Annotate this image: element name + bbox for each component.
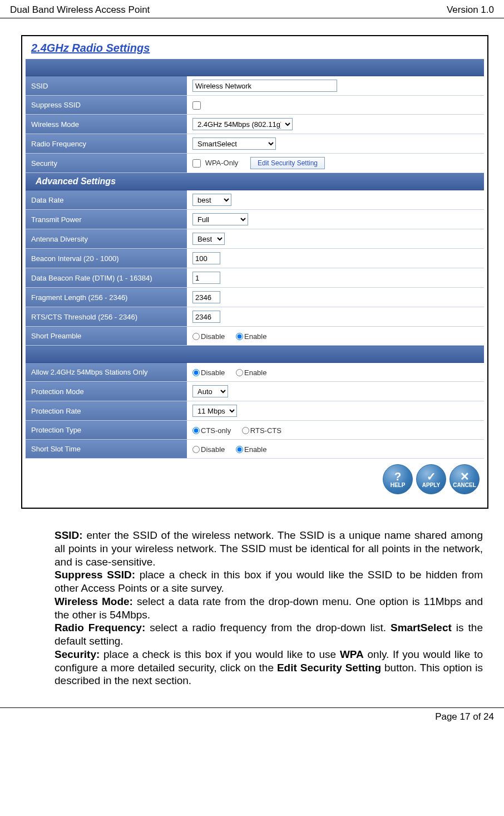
preamble-enable-radio[interactable] <box>236 333 243 340</box>
preamble-disable-radio[interactable] <box>192 333 200 340</box>
allow-enable-radio[interactable] <box>236 369 243 376</box>
action-button-bar: ?HELP ✓APPLY ✕CANCEL <box>26 459 484 504</box>
slot-enable-radio[interactable] <box>236 446 243 453</box>
settings-screenshot: 2.4GHz Radio Settings SSID Suppress SSID… <box>21 35 488 509</box>
cancel-button[interactable]: ✕CANCEL <box>449 464 480 494</box>
description-block: SSID: enter the SSID of the wireless net… <box>21 529 488 687</box>
ssid-input[interactable] <box>192 80 337 92</box>
check-icon: ✓ <box>427 471 436 482</box>
question-icon: ? <box>394 471 401 482</box>
page-header: Dual Band Wireless Access Point Version … <box>0 0 504 18</box>
freq-select[interactable]: SmartSelect <box>192 137 276 150</box>
mode-select[interactable]: 2.4GHz 54Mbps (802.11g) <box>192 118 293 130</box>
slot-label: Short Slot Time <box>26 440 187 459</box>
allow-label: Allow 2.4GHz 54Mbps Stations Only <box>26 363 187 382</box>
prot-mode-select[interactable]: Auto <box>192 385 228 397</box>
page-footer: Page 17 of 24 <box>0 707 504 726</box>
datarate-label: Data Rate <box>26 190 187 210</box>
suppress-checkbox[interactable] <box>192 101 201 110</box>
dtim-input[interactable] <box>192 272 220 284</box>
wpa-checkbox[interactable] <box>192 159 201 168</box>
page-number: Page 17 of 24 <box>435 711 494 722</box>
antenna-label: Antenna Diversity <box>26 229 187 249</box>
advanced-header: Advanced Settings <box>26 173 484 190</box>
allow-disable-radio[interactable] <box>192 369 200 376</box>
prot-rate-select[interactable]: 11 Mbps <box>192 405 237 417</box>
help-button[interactable]: ?HELP <box>383 464 413 494</box>
frag-input[interactable] <box>192 291 220 303</box>
disable-label: Disable <box>201 332 225 341</box>
doc-title: Dual Band Wireless Access Point <box>10 4 150 16</box>
beacon-label: Beacon Interval (20 - 1000) <box>26 249 187 268</box>
doc-version: Version 1.0 <box>447 4 494 16</box>
prot-mode-label: Protection Mode <box>26 382 187 401</box>
txpower-label: Transmit Power <box>26 210 187 229</box>
x-icon: ✕ <box>460 471 470 482</box>
enable-label: Enable <box>244 332 266 341</box>
dtim-label: Data Beacon Rate (DTIM) (1 - 16384) <box>26 268 187 288</box>
wpa-label: WPA-Only <box>205 159 239 167</box>
cts-only-radio[interactable] <box>192 427 200 434</box>
edit-security-button[interactable]: Edit Security Setting <box>250 157 325 169</box>
basic-settings-table: SSID Suppress SSID Wireless Mode 2.4GHz … <box>26 59 484 459</box>
datarate-select[interactable]: best <box>192 194 231 206</box>
rtscts-label: RTS/CTS Threshold (256 - 2346) <box>26 307 187 327</box>
rts-cts-radio[interactable] <box>242 427 249 434</box>
apply-button[interactable]: ✓APPLY <box>416 464 446 494</box>
mode-label: Wireless Mode <box>26 115 187 134</box>
panel-title: 2.4GHz Radio Settings <box>26 40 484 59</box>
suppress-label: Suppress SSID <box>26 96 187 115</box>
txpower-select[interactable]: Full <box>192 213 248 225</box>
slot-disable-radio[interactable] <box>192 446 200 453</box>
rtscts-input[interactable] <box>192 311 220 323</box>
prot-type-label: Protection Type <box>26 421 187 440</box>
beacon-input[interactable] <box>192 252 220 264</box>
prot-rate-label: Protection Rate <box>26 401 187 421</box>
freq-label: Radio Frequency <box>26 134 187 154</box>
preamble-label: Short Preamble <box>26 327 187 346</box>
ssid-label: SSID <box>26 76 187 96</box>
frag-label: Fragment Length (256 - 2346) <box>26 288 187 307</box>
antenna-select[interactable]: Best <box>192 233 225 245</box>
security-label: Security <box>26 154 187 173</box>
